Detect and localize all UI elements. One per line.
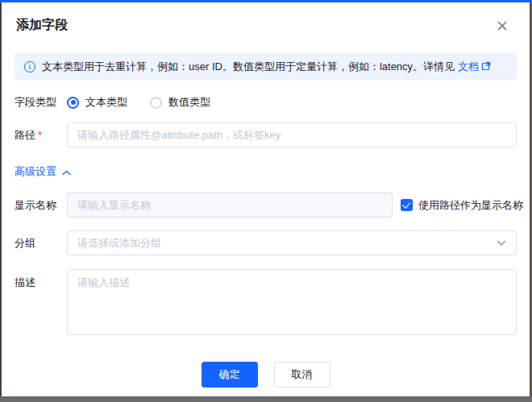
- use-path-checkbox-label: 使用路径作为显示名称: [418, 198, 523, 213]
- path-input[interactable]: [67, 122, 517, 147]
- add-field-dialog: 添加字段 ✕ i 文本类型用于去重计算，例如：user ID。数值类型用于定量计…: [2, 2, 530, 396]
- radio-unselected-icon[interactable]: [150, 97, 162, 109]
- info-icon: i: [24, 61, 35, 73]
- advanced-settings-toggle[interactable]: 高级设置: [15, 164, 517, 179]
- chevron-up-icon: [62, 166, 71, 178]
- chevron-down-icon: [497, 237, 506, 249]
- group-row: 分组 请选择或添加分组: [15, 230, 517, 255]
- path-label-text: 路径: [15, 129, 35, 141]
- window-bottom-edge: [0, 396, 532, 402]
- display-name-label: 显示名称: [15, 198, 67, 213]
- docs-link[interactable]: 文档: [458, 60, 479, 74]
- field-type-row: 字段类型 文本类型 数值类型: [15, 95, 517, 110]
- path-label: 路径*: [15, 128, 67, 143]
- field-type-radio-group: 文本类型 数值类型: [67, 95, 233, 110]
- radio-numeric-type[interactable]: 数值类型: [150, 95, 210, 110]
- window-top-edge: [0, 0, 532, 2]
- advanced-settings-label: 高级设置: [15, 164, 56, 179]
- radio-numeric-type-label: 数值类型: [168, 95, 210, 110]
- dialog-header: 添加字段 ✕: [15, 2, 517, 35]
- radio-text-type[interactable]: 文本类型: [67, 95, 127, 110]
- window-left-edge: [0, 2, 2, 396]
- description-row: 描述: [15, 269, 517, 335]
- display-name-input[interactable]: [67, 193, 393, 218]
- group-label: 分组: [15, 236, 67, 251]
- group-select[interactable]: 请选择或添加分组: [67, 230, 517, 255]
- cancel-button[interactable]: 取消: [274, 362, 330, 387]
- display-name-row: 显示名称 使用路径作为显示名称: [15, 193, 517, 218]
- description-textarea[interactable]: [67, 269, 517, 335]
- banner-text: 文本类型用于去重计算，例如：user ID。数值类型用于定量计算，例如：late…: [42, 60, 455, 74]
- description-label: 描述: [15, 276, 67, 290]
- info-banner: i 文本类型用于去重计算，例如：user ID。数值类型用于定量计算，例如：la…: [15, 53, 517, 81]
- close-icon[interactable]: ✕: [496, 19, 509, 35]
- radio-text-type-label: 文本类型: [85, 95, 127, 110]
- radio-selected-icon[interactable]: [67, 97, 79, 109]
- external-link-icon[interactable]: [481, 61, 491, 73]
- dialog-footer: 确定 取消: [15, 362, 517, 387]
- confirm-button[interactable]: 确定: [202, 362, 258, 387]
- dialog-title: 添加字段: [15, 16, 68, 34]
- use-path-checkbox-wrap[interactable]: 使用路径作为显示名称: [401, 198, 523, 213]
- path-row: 路径*: [15, 122, 517, 147]
- field-type-label: 字段类型: [15, 95, 67, 110]
- group-select-placeholder: 请选择或添加分组: [77, 236, 497, 251]
- checkbox-checked-icon[interactable]: [401, 199, 413, 211]
- required-asterisk: *: [38, 129, 42, 141]
